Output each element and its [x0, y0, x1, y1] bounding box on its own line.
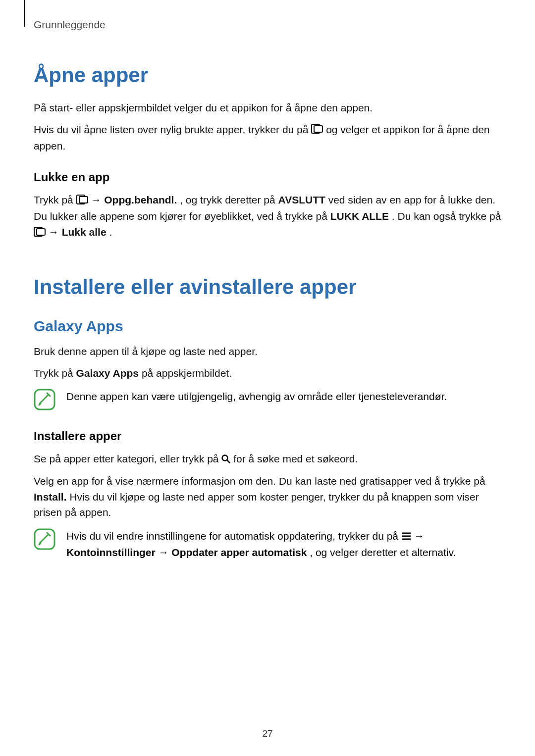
text: Hvis du vil kjøpe og laste ned apper som…	[34, 491, 479, 518]
text: →	[49, 226, 62, 238]
body-text: Velg en app for å vise nærmere informasj…	[34, 473, 501, 520]
text-bold: Install.	[34, 491, 67, 503]
svg-line-8	[227, 460, 230, 463]
body-text: På start- eller appskjermbildet velger d…	[34, 100, 501, 116]
note-text: Denne appen kan være utilgjengelig, avhe…	[66, 389, 501, 404]
body-text: Bruk denne appen til å kjøpe og laste ne…	[34, 344, 501, 359]
heading-close-app: Lukke en app	[34, 170, 501, 184]
text: Hvis du vil åpne listen over nylig brukt…	[34, 124, 311, 135]
recent-apps-icon	[311, 122, 323, 138]
note: Hvis du vil endre innstillingene for aut…	[34, 528, 501, 560]
heading-install-uninstall: Installere eller avinstallere apper	[34, 275, 501, 299]
body-text: Trykk på → Oppg.behandl. , og trykk dere…	[34, 192, 501, 241]
body-text: Hvis du vil åpne listen over nylig brukt…	[34, 122, 501, 154]
recent-apps-icon	[76, 193, 88, 209]
heading-open-apps: Åpne apper	[34, 63, 501, 87]
text: .	[109, 226, 112, 238]
text: Trykk på	[34, 194, 76, 205]
text: Trykk på	[34, 367, 76, 379]
text: , og trykk deretter på	[180, 194, 278, 205]
svg-rect-1	[314, 126, 322, 132]
svg-rect-3	[79, 197, 88, 203]
text: →	[91, 194, 104, 205]
text: Se på apper etter kategori, eller trykk …	[34, 453, 221, 464]
menu-icon	[401, 529, 411, 545]
text: . Du kan også trykke på	[392, 210, 501, 222]
text: for å søke med et søkeord.	[233, 453, 358, 464]
note-text: Hvis du vil endre innstillingene for aut…	[66, 528, 501, 560]
text: →	[159, 547, 172, 558]
recent-apps-icon	[34, 225, 46, 241]
document-page: Grunnleggende Åpne apper På start- eller…	[0, 0, 535, 756]
text-bold: Kontoinnstillinger	[66, 547, 156, 558]
text-bold: Galaxy Apps	[76, 367, 139, 379]
page-number: 27	[0, 728, 535, 739]
body-text: Trykk på Galaxy Apps på appskjermbildet.	[34, 365, 501, 381]
body-text: Se på apper etter kategori, eller trykk …	[34, 451, 501, 467]
text-bold: LUKK ALLE	[330, 210, 389, 222]
note: Denne appen kan være utilgjengelig, avhe…	[34, 389, 501, 412]
text: Velg en app for å vise nærmere informasj…	[34, 475, 485, 487]
heading-galaxy-apps: Galaxy Apps	[34, 318, 501, 335]
note-icon	[34, 528, 55, 552]
text-bold: Oppg.behandl.	[104, 194, 177, 205]
breadcrumb: Grunnleggende	[34, 19, 501, 31]
top-margin-rule	[24, 0, 25, 27]
text: →	[414, 530, 425, 542]
heading-install-apps: Installere apper	[34, 429, 501, 443]
text: på appskjermbildet.	[142, 367, 232, 379]
text: , og velger deretter et alternativ.	[310, 547, 456, 558]
search-icon	[221, 452, 230, 468]
text-bold: Lukk alle	[62, 226, 107, 238]
note-icon	[34, 389, 55, 412]
svg-rect-5	[37, 229, 45, 235]
text-bold: Oppdater apper automatisk	[171, 547, 307, 558]
text: Hvis du vil endre innstillingene for aut…	[66, 530, 401, 542]
text-bold: AVSLUTT	[278, 194, 325, 205]
